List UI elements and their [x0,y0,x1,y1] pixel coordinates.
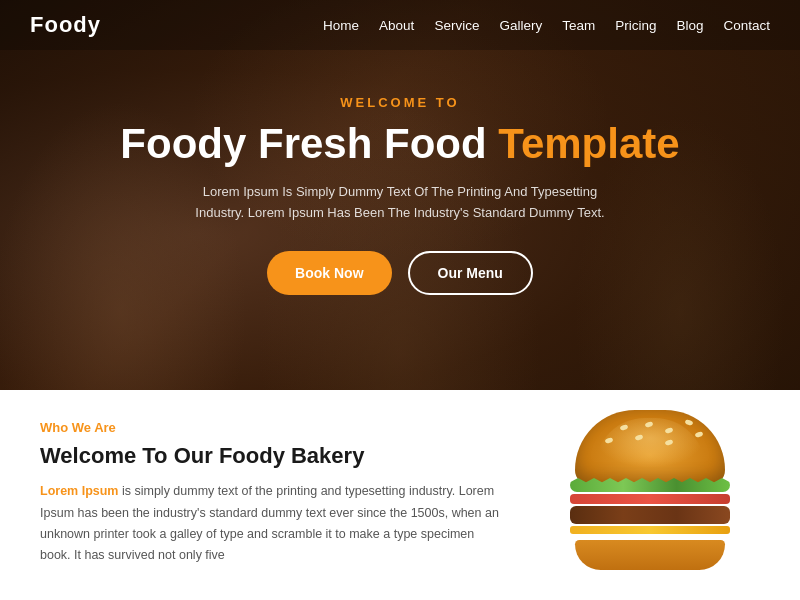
hero-section: Welcome To Foody Fresh Food Template Lor… [0,0,800,390]
nav-team[interactable]: Team [562,18,595,33]
bun-bottom [575,540,725,570]
bakery-description: Lorem Ipsum is simply dummy text of the … [40,481,500,566]
seed-8 [694,431,703,438]
hero-subtitle: Welcome To [120,95,679,110]
hero-title-orange: Template [498,120,679,167]
nav-service[interactable]: Service [434,18,479,33]
navbar: Foody Home About Service Gallery Team Pr… [0,0,800,50]
seed-3 [664,427,673,434]
seed-6 [634,434,643,441]
nav-blog[interactable]: Blog [676,18,703,33]
nav-gallery[interactable]: Gallery [499,18,542,33]
seed-5 [604,437,613,444]
burger [565,410,735,570]
hero-content: Welcome To Foody Fresh Food Template Lor… [80,95,719,296]
book-now-button[interactable]: Book Now [267,251,391,295]
hero-buttons: Book Now Our Menu [120,251,679,295]
lorem-ipsum-highlight: Lorem Ipsum [40,484,119,498]
cheese-layer [570,526,730,534]
burger-fillings [570,478,730,536]
about-text: Who We Are Welcome To Our Foody Bakery L… [40,420,520,580]
our-menu-button[interactable]: Our Menu [408,251,533,295]
hero-description: Lorem Ipsum Is Simply Dummy Text Of The … [190,182,610,224]
brand-logo[interactable]: Foody [30,12,101,38]
nav-about[interactable]: About [379,18,414,33]
hero-title-white: Foody Fresh Food [120,120,486,167]
seed-2 [644,421,653,428]
who-label: Who We Are [40,420,500,435]
nav-links: Home About Service Gallery Team Pricing … [323,16,770,34]
patty-layer [570,506,730,524]
seed-1 [619,424,628,431]
bakery-title: Welcome To Our Foody Bakery [40,443,500,469]
about-section: Who We Are Welcome To Our Foody Bakery L… [0,390,800,600]
nav-pricing[interactable]: Pricing [615,18,656,33]
lettuce-layer [570,478,730,492]
nav-home[interactable]: Home [323,18,359,33]
burger-image-area [520,420,760,580]
seed-4 [684,419,693,426]
tomato-layer [570,494,730,504]
nav-contact[interactable]: Contact [723,18,770,33]
burger-illustration [550,410,750,590]
bun-top [575,410,725,485]
hero-title: Foody Fresh Food Template [120,120,679,168]
seed-7 [664,439,673,446]
